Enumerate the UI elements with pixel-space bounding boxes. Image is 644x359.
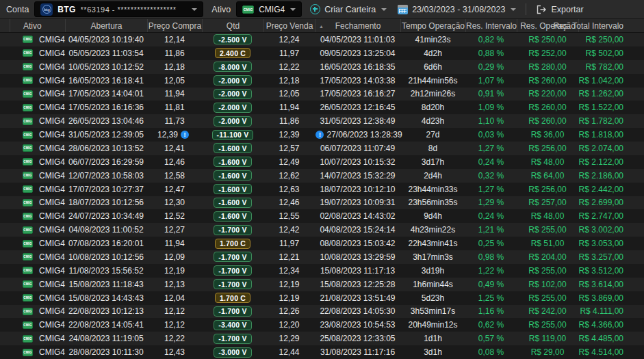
table-row[interactable]: CMIGCMIG412/07/2023 10:58:0312,58-1.600 … [0,169,644,183]
table-row[interactable]: CMIGCMIG407/08/2023 16:20:0111,941.700 C… [0,237,644,250]
col-header-preco-venda[interactable]: Preço Venda [263,19,315,32]
table-row[interactable]: CMIGCMIG428/08/2023 10:11:3012,43-3.000 … [0,345,644,359]
table-row[interactable]: CMIGCMIG405/05/2023 11:03:5411,862.400 C… [0,46,644,60]
cell-preco-venda: 12,49 [263,155,315,169]
cell-qtd: -1.600 V [202,209,263,223]
preco-compra-value: 12,58 [164,171,185,181]
cell-tempo-operacao: 4h23min22s [400,223,465,237]
cell-preco-compra: 12,52 [147,209,202,223]
account-number-masked: **63194 - ****************** [81,5,188,14]
col-header-qtd[interactable]: Qtd [202,19,263,32]
table-row[interactable]: CMIGCMIG422/08/2023 14:05:4112,12-3.400 … [0,318,644,332]
cell-preco-compra: 11,94 [147,237,202,250]
cell-res-intervalo: 0,88 % [465,46,517,60]
fechamento-value: 17/05/2023 16:16:27 [320,89,395,98]
cell-ativo: CMIGCMIG4 [10,318,65,332]
col-header-abertura[interactable]: Abertura [65,19,147,32]
fechamento-value: 17/05/2023 14:03:38 [320,76,395,85]
col-header-preco-compra[interactable]: Preço Compra [147,19,202,32]
exportar-button[interactable]: Exportar [536,5,583,14]
cmig-logo-icon: CMIG [23,172,33,179]
qtd-badge: -1.600 V [214,184,251,194]
preco-compra-value: 11,86 [164,49,184,58]
cell-preco-venda: 12,21 [263,250,315,264]
cell-qtd: -1.700 V [202,332,263,345]
cell-ativo: CMIGCMIG4 [10,209,65,223]
table-row[interactable]: CMIGCMIG424/07/2023 10:34:4912,52-1.600 … [0,209,644,223]
cell-fechamento: 02/08/2023 14:43:02 [315,209,400,223]
broker-name: BTG [57,5,75,14]
col-header-tempo-operacao[interactable]: Tempo Operação [400,19,465,32]
cell-res-total-intervalo: R$ 3.002,00 [578,223,644,237]
chevron-down-icon [290,8,296,11]
cell-res-total-intervalo: R$ 1.782,00 [578,114,644,128]
cmig-logo-icon: CMIG [23,335,33,343]
cell-preco-compra: 12,09 [147,250,202,264]
table-row[interactable]: CMIGCMIG428/06/2023 10:13:5212,41-1.600 … [0,142,644,155]
criar-carteira-button[interactable]: Criar Carteira [310,4,387,14]
asset-name: CMIG4 [39,347,65,357]
table-row[interactable]: CMIGCMIG426/05/2023 13:04:4611,73-2.000 … [0,114,644,128]
cell-qtd: -1.700 V [202,264,263,278]
info-icon[interactable] [181,131,189,139]
cell-res-total-intervalo: R$ 2.074,00 [578,142,644,155]
info-icon[interactable] [315,131,324,139]
table-row[interactable]: CMIGCMIG410/08/2023 10:12:5612,09-1.700 … [0,250,644,264]
cell-res-operacao: R$ 260,00 [517,101,578,114]
cell-res-total-intervalo: R$ 1.522,00 [578,101,644,114]
asset-name: CMIG4 [39,103,65,112]
col-header-res-intervalo[interactable]: Res. Intervalo [465,19,517,32]
cell-preco-compra: 12,14 [147,33,202,46]
table-row[interactable]: CMIGCMIG411/08/2023 15:56:5212,19-1.700 … [0,264,644,278]
cell-preco-venda: 12,63 [263,183,315,196]
cell-ativo: CMIGCMIG4 [10,155,65,169]
account-dropdown[interactable]: btg BTG **63194 - ****************** [34,1,203,17]
table-row[interactable]: CMIGCMIG417/07/2023 10:27:3712,47-1.600 … [0,183,644,196]
cell-fechamento: 04/05/2023 11:01:03 [315,33,400,46]
cell-qtd: -2.000 V [202,114,263,128]
table-header: AtivoAberturaPreço CompraQtdPreço VendaF… [0,19,644,33]
table-row[interactable]: CMIGCMIG417/05/2023 16:16:3611,81-2.000 … [0,101,644,114]
table-row[interactable]: CMIGCMIG410/05/2023 10:12:5212,18-8.000 … [0,60,644,74]
cell-qtd: -2.000 V [202,101,263,114]
cell-qtd: -2.000 V [202,88,263,101]
table-row[interactable]: CMIGCMIG404/08/2023 11:00:5212,27-1.700 … [0,223,644,237]
table-row[interactable]: CMIGCMIG422/08/2023 10:12:1312,12-1.700 … [0,305,644,319]
cell-res-total-intervalo: R$ 4.111,00 [578,305,644,319]
table-row[interactable]: CMIGCMIG431/05/2023 12:39:0512,39-11.100… [0,128,644,142]
table-row[interactable]: CMIGCMIG418/07/2023 10:12:5612,30-1.600 … [0,196,644,210]
col-header-ativo[interactable]: Ativo [10,19,65,32]
cell-res-total-intervalo: R$ 250,00 [578,33,644,46]
cell-fechamento: 16/05/2023 16:18:35 [315,60,400,74]
col-header-fechamento[interactable]: Fechamento [315,19,400,32]
qtd-badge: -1.700 V [214,334,251,344]
cell-preco-venda: 12,24 [263,33,315,46]
asset-dropdown[interactable]: CMIG CMIG4 [236,1,302,17]
conta-label: Conta [6,5,29,14]
table-row[interactable]: CMIGCMIG424/08/2023 11:19:0512,22-1.700 … [0,332,644,345]
cell-abertura: 26/05/2023 13:04:46 [65,114,147,128]
table-row[interactable]: CMIGCMIG416/05/2023 16:18:4112,05-2.000 … [0,74,644,88]
cell-res-total-intervalo: R$ 3.869,00 [578,291,644,305]
cell-qtd: -2.000 V [202,74,263,88]
table-row[interactable]: CMIGCMIG415/08/2023 14:43:4312,041.700 C… [0,291,644,305]
cell-res-total-intervalo: R$ 2.699,00 [578,196,644,210]
date-range-picker[interactable]: 23/03/2023 - 31/08/2023 [398,5,516,14]
cell-res-intervalo: 1,09 % [465,101,517,114]
fechamento-value: 14/07/2023 15:32:29 [320,171,395,181]
cell-ativo: CMIGCMIG4 [10,196,65,210]
cell-tempo-operacao: 3d17h [400,155,465,169]
col-header-res-total-intervalo[interactable]: Res. Total Intervalo [578,19,644,32]
cell-ativo: CMIGCMIG4 [10,223,65,237]
table-row[interactable]: CMIGCMIG404/05/2023 10:19:4012,14-2.500 … [0,33,644,46]
cell-res-total-intervalo: R$ 3.512,00 [578,264,644,278]
cell-qtd: -1.600 V [202,169,263,183]
table-row[interactable]: CMIGCMIG417/05/2023 14:04:0111,94-2.000 … [0,88,644,101]
cell-fechamento: 14/07/2023 15:32:29 [315,169,400,183]
cell-qtd: -1.700 V [202,250,263,264]
cell-tempo-operacao: 3d19h [400,264,465,278]
cell-tempo-operacao: 23h56min35s [400,196,465,210]
table-row[interactable]: CMIGCMIG415/08/2023 11:18:4312,13-1.700 … [0,278,644,291]
cell-preco-compra: 12,22 [147,332,202,345]
table-row[interactable]: CMIGCMIG406/07/2023 16:29:5912,46-1.600 … [0,155,644,169]
